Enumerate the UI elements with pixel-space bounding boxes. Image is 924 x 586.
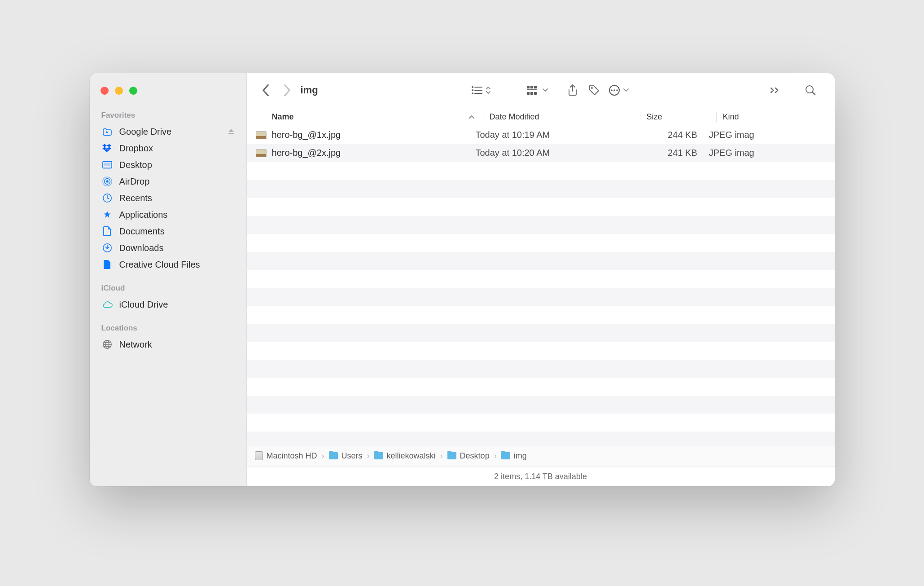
- folder-title: img: [301, 84, 318, 96]
- sidebar-item-desktop[interactable]: Desktop: [90, 157, 246, 173]
- svg-rect-18: [527, 89, 537, 90]
- eject-icon[interactable]: [228, 128, 235, 135]
- svg-rect-1: [104, 163, 110, 165]
- sidebar-item-label: Creative Cloud Files: [119, 260, 200, 270]
- image-thumbnail-icon: [256, 149, 267, 157]
- svg-line-28: [812, 92, 815, 95]
- sidebar-section-icloud-label: iCloud: [90, 279, 246, 296]
- sidebar-item-label: Google Drive: [119, 127, 172, 137]
- sidebar-item-label: Desktop: [119, 160, 152, 170]
- sidebar-item-creative-cloud[interactable]: Creative Cloud Files: [90, 256, 246, 273]
- toolbar-overflow-button[interactable]: [765, 79, 786, 101]
- sidebar-item-recents[interactable]: Recents: [90, 190, 246, 207]
- actions-menu-button[interactable]: [609, 84, 629, 96]
- sidebar-item-label: Documents: [119, 226, 165, 237]
- image-thumbnail-icon: [256, 131, 267, 139]
- path-crumb[interactable]: kelliekowalski: [374, 451, 436, 461]
- tags-button[interactable]: [583, 79, 605, 101]
- sidebar-item-label: Network: [119, 339, 152, 350]
- svg-point-25: [613, 89, 615, 91]
- sidebar-item-documents[interactable]: Documents: [90, 223, 246, 240]
- path-crumb-label: Desktop: [460, 451, 490, 461]
- file-date: Today at 10:20 AM: [476, 148, 633, 158]
- svg-point-26: [616, 89, 618, 91]
- main-pane: img: [247, 73, 835, 486]
- column-header-label: Kind: [723, 112, 739, 121]
- group-by-button[interactable]: [527, 85, 548, 95]
- fullscreen-window-button[interactable]: [129, 87, 137, 95]
- download-icon: [101, 243, 113, 253]
- column-header-date[interactable]: Date Modified: [483, 112, 640, 122]
- google-drive-folder-icon: [101, 128, 113, 136]
- sidebar-item-downloads[interactable]: Downloads: [90, 240, 246, 256]
- svg-point-22: [591, 87, 593, 89]
- sidebar-item-label: Downloads: [119, 243, 164, 253]
- search-button[interactable]: [800, 79, 821, 101]
- clock-icon: [101, 193, 113, 203]
- folder-icon: [374, 452, 383, 459]
- path-crumb[interactable]: Desktop: [447, 451, 490, 461]
- file-row[interactable]: hero-bg_@1x.jpg Today at 10:19 AM 244 KB…: [247, 126, 835, 144]
- globe-icon: [101, 339, 113, 349]
- sidebar-item-applications[interactable]: Applications: [90, 207, 246, 223]
- path-crumb-label: Macintosh HD: [267, 451, 317, 461]
- sidebar-item-dropbox[interactable]: Dropbox: [90, 140, 246, 157]
- path-crumb-label: kelliekowalski: [387, 451, 436, 461]
- column-header-kind[interactable]: Kind: [716, 112, 835, 122]
- column-header-row: Name Date Modified Size Kind: [247, 108, 835, 126]
- file-date: Today at 10:19 AM: [476, 130, 633, 140]
- applications-icon: [101, 210, 113, 220]
- finder-window: Favorites Google Drive Dropbox Desktop: [90, 73, 835, 486]
- svg-rect-15: [527, 86, 530, 88]
- column-header-name[interactable]: Name: [272, 112, 483, 122]
- sidebar-item-google-drive[interactable]: Google Drive: [90, 123, 246, 140]
- sidebar-item-icloud-drive[interactable]: iCloud Drive: [90, 296, 246, 313]
- path-crumb-root[interactable]: Macintosh HD: [255, 451, 317, 461]
- file-size: 244 KB: [633, 130, 709, 140]
- sidebar-item-network[interactable]: Network: [90, 336, 246, 353]
- harddrive-icon: [255, 451, 263, 460]
- share-button[interactable]: [562, 79, 583, 101]
- row-stripes: [247, 126, 835, 445]
- file-row[interactable]: hero-bg_@2x.jpg Today at 10:20 AM 241 KB…: [247, 144, 835, 162]
- view-mode-list-button[interactable]: [471, 85, 491, 95]
- chevron-down-icon: [623, 88, 629, 93]
- sidebar-section-locations-label: Locations: [90, 319, 246, 336]
- minimize-window-button[interactable]: [115, 87, 123, 95]
- cloud-icon: [101, 300, 113, 308]
- chevron-down-icon: [542, 88, 548, 93]
- svg-rect-19: [527, 92, 530, 95]
- nav-forward-button[interactable]: [276, 79, 298, 101]
- svg-rect-17: [534, 86, 537, 88]
- column-header-size[interactable]: Size: [640, 112, 716, 122]
- path-crumb-label: img: [514, 451, 527, 461]
- sidebar-item-label: Recents: [119, 193, 152, 203]
- sidebar: Favorites Google Drive Dropbox Desktop: [90, 73, 247, 486]
- svg-rect-16: [530, 86, 533, 88]
- file-icon: [101, 260, 113, 269]
- svg-point-12: [472, 86, 473, 88]
- sidebar-item-airdrop[interactable]: AirDrop: [90, 173, 246, 190]
- file-kind: JPEG imag: [709, 148, 835, 158]
- path-crumb-current[interactable]: img: [501, 451, 527, 461]
- sidebar-item-label: AirDrop: [119, 176, 150, 187]
- chevron-right-icon: ›: [322, 451, 324, 461]
- file-kind: JPEG imag: [709, 130, 835, 140]
- sidebar-item-label: Applications: [119, 210, 168, 220]
- folder-icon: [329, 452, 338, 459]
- file-size: 241 KB: [633, 148, 709, 158]
- path-crumb[interactable]: Users: [329, 451, 363, 461]
- close-window-button[interactable]: [101, 87, 109, 95]
- chevron-right-icon: ›: [367, 451, 370, 461]
- path-bar: Macintosh HD › Users › kelliekowalski › …: [247, 445, 835, 467]
- column-header-label: Size: [647, 112, 662, 121]
- sidebar-item-label: iCloud Drive: [119, 300, 168, 310]
- nav-back-button[interactable]: [255, 79, 276, 101]
- file-name: hero-bg_@1x.jpg: [272, 130, 341, 140]
- chevron-updown-icon: [486, 86, 491, 95]
- document-icon: [101, 226, 113, 236]
- folder-icon: [447, 452, 456, 459]
- svg-rect-21: [534, 92, 537, 95]
- sort-ascending-icon: [469, 115, 475, 119]
- column-header-label: Date Modified: [490, 112, 539, 121]
